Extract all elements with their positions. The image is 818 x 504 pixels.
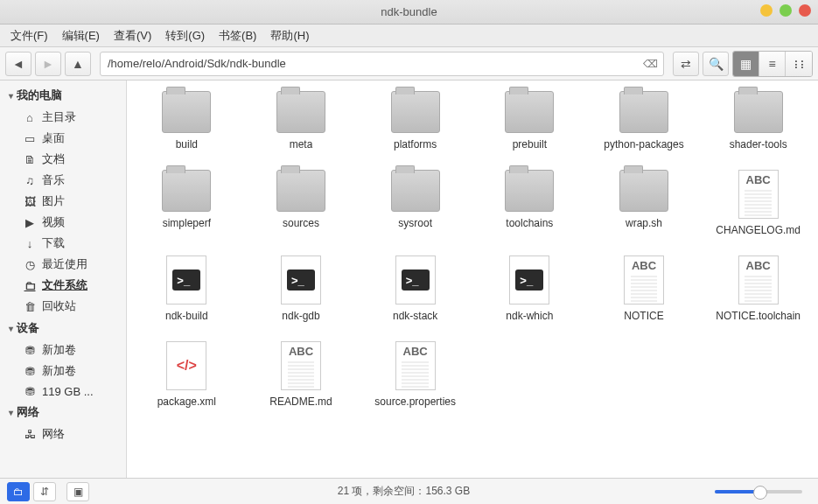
file-item[interactable]: >_ndk-build <box>132 256 241 322</box>
toggle-path-button[interactable]: ⇄ <box>673 52 699 76</box>
path-input[interactable]: /home/relo/Android/Sdk/ndk-bundle ⌫ <box>100 52 664 76</box>
file-item[interactable]: toolchains <box>475 170 584 236</box>
file-label: prebuilt <box>513 138 547 150</box>
sidebar: 我的电脑⌂主目录▭桌面🗎文档♫音乐🖼图片▶视频↓下载◷最近使用🗀文件系统🗑回收站… <box>0 80 127 478</box>
file-item[interactable]: sources <box>247 170 356 236</box>
file-item[interactable]: sysroot <box>360 170 470 236</box>
sidebar-group[interactable]: 设备 <box>0 317 126 340</box>
compact-view-button[interactable]: ⫶⫶ <box>786 52 812 76</box>
folder-icon <box>276 91 325 133</box>
file-label: README.md <box>269 396 332 408</box>
window-controls <box>760 4 811 17</box>
downloads-icon: ↓ <box>23 236 37 250</box>
text-file-icon: ABC <box>395 341 436 390</box>
sidebar-item-label: 图片 <box>42 193 65 209</box>
forward-button[interactable]: ► <box>35 52 61 76</box>
file-item[interactable]: >_ndk-which <box>475 256 584 322</box>
sidebar-item[interactable]: 🖼图片 <box>0 191 126 212</box>
text-file-icon: ABC <box>624 256 664 304</box>
places-toggle[interactable]: 🗀 <box>7 482 30 501</box>
menu-help[interactable]: 帮助(H) <box>263 25 316 46</box>
folder-icon <box>391 91 440 133</box>
terminal-toggle[interactable]: ▣ <box>66 482 89 501</box>
sidebar-group[interactable]: 网络 <box>0 401 126 424</box>
documents-icon: 🗎 <box>23 152 37 166</box>
up-button[interactable]: ▲ <box>65 52 91 76</box>
maximize-button[interactable] <box>780 4 792 17</box>
sidebar-group[interactable]: 我的电脑 <box>0 84 126 107</box>
sidebar-item[interactable]: 🗎文档 <box>0 149 126 170</box>
text-file-icon: ABC <box>738 256 779 304</box>
sidebar-item[interactable]: ▭桌面 <box>0 128 126 149</box>
file-item[interactable]: wrap.sh <box>590 170 699 236</box>
file-item[interactable]: ABCNOTICE.toolchain <box>703 256 813 322</box>
sidebar-item[interactable]: 🗑回收站 <box>0 296 126 317</box>
file-item[interactable]: prebuilt <box>475 91 584 150</box>
menu-bookmarks[interactable]: 书签(B) <box>212 25 263 46</box>
sidebar-item[interactable]: ♫音乐 <box>0 170 126 191</box>
sidebar-item-label: 文档 <box>42 151 65 167</box>
minimize-button[interactable] <box>760 4 773 17</box>
sidebar-item[interactable]: ▶视频 <box>0 212 126 233</box>
file-item[interactable]: build <box>132 91 241 150</box>
sidebar-item[interactable]: ⛃新加卷 <box>0 340 126 360</box>
sidebar-item-label: 回收站 <box>42 298 76 314</box>
back-button[interactable]: ◄ <box>5 52 31 76</box>
path-text: /home/relo/Android/Sdk/ndk-bundle <box>108 57 286 70</box>
sidebar-item-label: 音乐 <box>42 172 65 188</box>
sidebar-item[interactable]: ⌂主目录 <box>0 107 126 128</box>
trash-icon: 🗑 <box>23 299 37 313</box>
file-item[interactable]: ABCNOTICE <box>590 256 699 322</box>
file-item[interactable]: ABCCHANGELOG.md <box>703 170 813 236</box>
sidebar-item-label: 最近使用 <box>42 256 87 272</box>
file-label: python-packages <box>604 138 683 150</box>
file-item[interactable]: python-packages <box>590 91 699 150</box>
menu-edit[interactable]: 编辑(E) <box>55 25 107 46</box>
titlebar: ndk-bundle <box>0 0 818 24</box>
icon-view-button[interactable]: ▦ <box>733 52 759 76</box>
sidebar-item[interactable]: ◷最近使用 <box>0 254 126 275</box>
file-item[interactable]: platforms <box>360 91 470 150</box>
file-item[interactable]: ABCsource.properties <box>360 341 470 408</box>
menu-go[interactable]: 转到(G) <box>158 25 212 46</box>
sidebar-item-label: 网络 <box>42 426 65 442</box>
recent-icon: ◷ <box>23 257 37 271</box>
file-label: shader-tools <box>730 138 787 150</box>
file-item[interactable]: >_ndk-gdb <box>247 256 356 322</box>
file-pane[interactable]: buildmetaplatformsprebuiltpython-package… <box>127 80 818 478</box>
status-text: 21 项，剩余空间：156.3 GB <box>93 484 715 499</box>
sidebar-item-label: 新加卷 <box>42 342 76 358</box>
file-label: CHANGELOG.md <box>716 224 801 236</box>
menu-view[interactable]: 查看(V) <box>107 25 158 46</box>
sidebar-item-label: 下载 <box>42 235 65 251</box>
file-item[interactable]: meta <box>247 91 356 150</box>
file-item[interactable]: simpleperf <box>132 170 241 236</box>
view-mode-group: ▦ ≡ ⫶⫶ <box>732 51 813 77</box>
tree-toggle[interactable]: ⇵ <box>33 482 56 501</box>
close-button[interactable] <box>799 4 811 17</box>
sidebar-item[interactable]: 🖧网络 <box>0 424 126 444</box>
file-item[interactable]: shader-tools <box>703 91 813 150</box>
file-item[interactable]: >_ndk-stack <box>360 256 470 322</box>
sidebar-item[interactable]: ⛃新加卷 <box>0 360 126 382</box>
pictures-icon: 🖼 <box>23 194 37 208</box>
filesystem-icon: 🗀 <box>23 278 37 292</box>
file-item[interactable]: ABCREADME.md <box>247 341 356 408</box>
menu-file[interactable]: 文件(F) <box>3 25 55 46</box>
file-label: ndk-which <box>506 310 553 322</box>
clear-path-icon[interactable]: ⌫ <box>643 58 658 70</box>
search-button[interactable]: 🔍 <box>703 52 729 76</box>
zoom-slider[interactable] <box>715 490 802 494</box>
sidebar-item[interactable]: ⛃119 GB ... <box>0 382 126 401</box>
folder-icon <box>619 170 668 212</box>
file-item[interactable]: </>package.xml <box>132 341 241 408</box>
list-view-button[interactable]: ≡ <box>759 52 786 76</box>
shell-file-icon: >_ <box>395 256 436 304</box>
file-label: build <box>176 138 198 150</box>
main-area: 我的电脑⌂主目录▭桌面🗎文档♫音乐🖼图片▶视频↓下载◷最近使用🗀文件系统🗑回收站… <box>0 80 818 478</box>
text-file-icon: ABC <box>281 341 321 390</box>
sidebar-item[interactable]: 🗀文件系统 <box>0 275 126 296</box>
folder-icon <box>734 91 783 133</box>
shell-file-icon: >_ <box>509 256 549 304</box>
sidebar-item[interactable]: ↓下载 <box>0 233 126 254</box>
